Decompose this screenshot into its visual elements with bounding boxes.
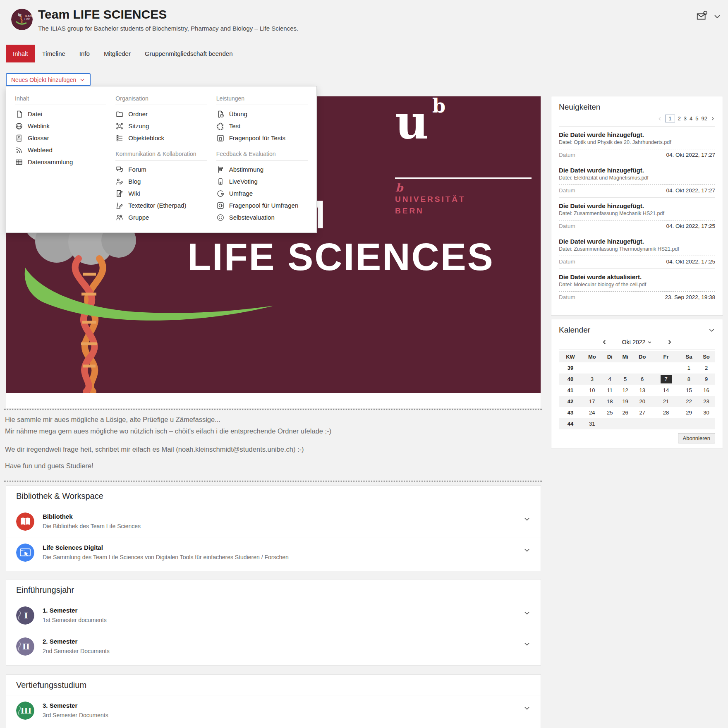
- menu-item-label: Blog: [128, 178, 141, 185]
- mail-notification-icon[interactable]: [696, 10, 708, 24]
- menu-item-selbstevaluation[interactable]: Selbstevaluation: [216, 211, 308, 223]
- menu-item-fragenpool-fuer-tests[interactable]: Fragenpool für Tests: [216, 132, 308, 144]
- calendar-day-cell[interactable]: 5: [618, 374, 633, 385]
- calendar-day-cell[interactable]: 24: [582, 407, 602, 418]
- news-item[interactable]: Die Datei wurde hinzugefügt.Datei: Zusam…: [559, 198, 715, 233]
- list-item-title[interactable]: Bibliothek: [43, 513, 141, 520]
- list-item-1-semester[interactable]: I1. Semester1st Semester documents: [6, 600, 541, 631]
- menu-item-datei[interactable]: Datei: [15, 108, 106, 120]
- pagination-page-92[interactable]: 92: [702, 115, 707, 122]
- list-item-life-sciences-digital[interactable]: Life Sciences DigitalDie Sammlung des Te…: [6, 537, 541, 568]
- news-date-label: Datum: [559, 152, 575, 158]
- pagination-page-5[interactable]: 5: [695, 115, 698, 122]
- calendar-day-cell[interactable]: 3: [582, 374, 602, 385]
- list-item-3-semester[interactable]: III3. Semester3rd Semester Documents: [6, 695, 541, 726]
- news-item[interactable]: Die Datei wurde hinzugefügt.Datei: Elekt…: [559, 162, 715, 198]
- calendar-day-cell[interactable]: 11: [602, 385, 618, 396]
- pagination-page-3[interactable]: 3: [684, 115, 687, 122]
- menu-item-fragenpool-fuer-umfragen[interactable]: Fragenpool für Umfragen: [216, 199, 308, 211]
- calendar-day-cell[interactable]: 13: [633, 385, 651, 396]
- calendar-day-cell[interactable]: 6: [633, 374, 651, 385]
- item-expand-chevron-icon[interactable]: [523, 515, 531, 523]
- calendar-day-cell[interactable]: 8: [680, 374, 697, 385]
- tab-mitglieder[interactable]: Mitglieder: [97, 45, 138, 62]
- tab-gruppenmitgliedschaft-beenden[interactable]: Gruppenmitgliedschaft beenden: [138, 45, 240, 62]
- calendar-day-cell[interactable]: 27: [633, 407, 651, 418]
- item-expand-chevron-icon[interactable]: [523, 704, 531, 712]
- list-item-title[interactable]: 1. Semester: [43, 607, 107, 614]
- pagination-page-1[interactable]: 1: [665, 115, 675, 122]
- calendar-month-select[interactable]: Okt 2022: [622, 339, 652, 345]
- calendar-day-cell[interactable]: 4: [602, 374, 618, 385]
- menu-item-test[interactable]: Test: [216, 120, 308, 132]
- calendar-day-cell[interactable]: 15: [680, 385, 697, 396]
- pagination-prev-icon[interactable]: [657, 116, 662, 121]
- menu-item-wiki[interactable]: Wiki: [115, 187, 207, 199]
- menu-item-umfrage[interactable]: Umfrage: [216, 187, 308, 199]
- list-item-description: 3rd Semester Documents: [43, 712, 108, 718]
- calendar-day-cell[interactable]: 12: [618, 385, 633, 396]
- calendar-day-cell[interactable]: 20: [633, 396, 651, 407]
- item-expand-chevron-icon[interactable]: [523, 609, 531, 617]
- calendar-day-cell[interactable]: 31: [582, 418, 602, 429]
- calendar-day-cell[interactable]: 1: [680, 362, 697, 374]
- calendar-day-cell[interactable]: 9: [697, 374, 715, 385]
- calendar-next-month-icon[interactable]: [667, 339, 673, 345]
- pagination-page-2[interactable]: 2: [678, 115, 681, 122]
- calendar-day-cell[interactable]: 18: [602, 396, 618, 407]
- menu-item-datensammlung[interactable]: Datensammlung: [15, 156, 106, 168]
- menu-item-uebung[interactable]: Übung: [216, 108, 308, 120]
- calendar-kw-cell: 43: [559, 407, 582, 418]
- item-expand-chevron-icon[interactable]: [523, 546, 531, 554]
- menu-item-blog[interactable]: Blog: [115, 175, 207, 187]
- calendar-collapse-chevron-icon[interactable]: [708, 327, 715, 334]
- tab-timeline[interactable]: Timeline: [35, 45, 72, 62]
- calendar-day-cell[interactable]: 30: [697, 407, 715, 418]
- menu-item-livevoting[interactable]: LiveVoting: [216, 175, 308, 187]
- calendar-day-cell[interactable]: 17: [582, 396, 602, 407]
- calendar-day-cell[interactable]: 21: [651, 396, 680, 407]
- calendar-day-cell[interactable]: 19: [618, 396, 633, 407]
- list-item-2-semester[interactable]: II2. Semester2nd Semester Documents: [6, 631, 541, 662]
- list-item-title[interactable]: Life Sciences Digital: [43, 544, 289, 551]
- calendar-day-cell[interactable]: 16: [697, 385, 715, 396]
- menu-item-label: Fragenpool für Umfragen: [229, 202, 299, 209]
- menu-item-webfeed[interactable]: Webfeed: [15, 144, 106, 156]
- list-item-bibliothek[interactable]: BibliothekDie Bibliothek des Team Life S…: [6, 506, 541, 537]
- list-item-title[interactable]: 2. Semester: [43, 638, 110, 645]
- calendar-day-cell[interactable]: 2: [697, 362, 715, 374]
- calendar-day-cell[interactable]: 28: [651, 407, 680, 418]
- news-item[interactable]: Die Datei wurde aktualisiert.Datei: Mole…: [559, 269, 715, 304]
- tab-info[interactable]: Info: [72, 45, 97, 62]
- add-object-button[interactable]: Neues Objekt hinzufügen: [6, 73, 91, 86]
- calendar-day-cell[interactable]: 22: [680, 396, 697, 407]
- calendar-day-cell[interactable]: 23: [697, 396, 715, 407]
- calendar-day-cell[interactable]: 25: [602, 407, 618, 418]
- pagination-next-icon[interactable]: [710, 116, 715, 121]
- menu-item-weblink[interactable]: Weblink: [15, 120, 106, 132]
- menu-item-objekteblock[interactable]: Objekteblock: [115, 132, 207, 144]
- calendar-day-cell[interactable]: 7: [651, 374, 680, 385]
- news-item[interactable]: Die Datei wurde hinzugefügt.Datei: Zusam…: [559, 233, 715, 269]
- subscribe-button[interactable]: Abonnieren: [678, 433, 716, 443]
- dropdown-group-title-kommunikation-kollaboration: Kommunikation & Kollaboration: [115, 151, 207, 157]
- calendar-day-cell[interactable]: 14: [651, 385, 680, 396]
- news-item[interactable]: Die Datei wurde hinzugefügt.Datei: Optik…: [559, 127, 715, 162]
- calendar-selected-day[interactable]: 7: [661, 375, 672, 383]
- menu-item-ordner[interactable]: Ordner: [115, 108, 207, 120]
- menu-item-texteditor-etherpad[interactable]: Texteditor (Etherpad): [115, 199, 207, 211]
- header-collapse-chevron-icon[interactable]: [713, 12, 721, 21]
- menu-item-abstimmung[interactable]: Abstimmung: [216, 163, 308, 175]
- tab-inhalt[interactable]: Inhalt: [6, 45, 35, 62]
- calendar-day-cell[interactable]: 26: [618, 407, 633, 418]
- list-item-title[interactable]: 3. Semester: [43, 702, 108, 709]
- calendar-day-cell[interactable]: 10: [582, 385, 602, 396]
- calendar-day-cell[interactable]: 29: [680, 407, 697, 418]
- menu-item-glossar[interactable]: Glossar: [15, 132, 106, 144]
- pagination-page-4[interactable]: 4: [690, 115, 692, 122]
- menu-item-forum[interactable]: Forum: [115, 163, 207, 175]
- item-expand-chevron-icon[interactable]: [523, 640, 531, 648]
- menu-item-sitzung[interactable]: Sitzung: [115, 120, 207, 132]
- calendar-prev-month-icon[interactable]: [601, 339, 607, 345]
- menu-item-gruppe[interactable]: Gruppe: [115, 211, 207, 223]
